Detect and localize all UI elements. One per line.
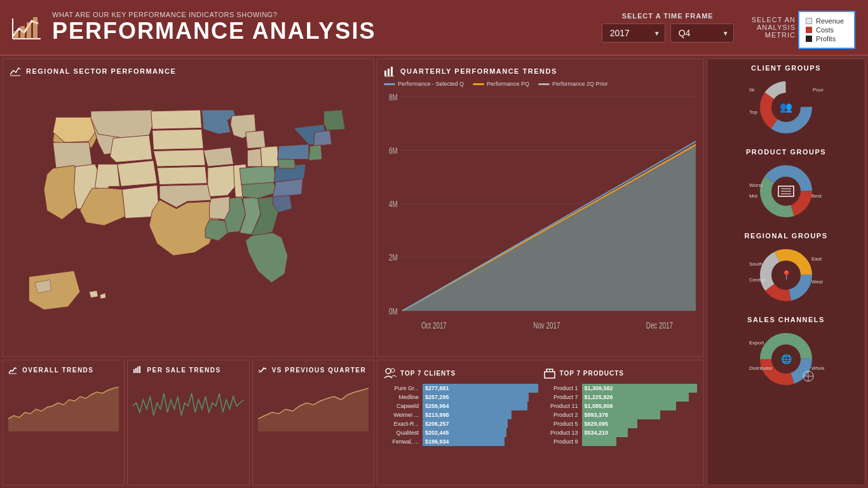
page-title: PERFORMANCE ANALYSIS [52,18,602,44]
svg-rect-119 [139,366,140,373]
client-bar-row: Pure Gr... $277,881 [384,384,538,393]
vs-previous-panel: VS PREVIOUS QUARTER [252,360,374,485]
svg-rect-3 [14,31,18,39]
product-bar-track: $1,225,826 [582,393,698,402]
svg-text:Export: Export [749,340,764,346]
analysis-block: SELECT AN ANALYSIS METRIC [752,16,796,39]
bottom-middle-panel: TOP 7 CLIENTS Pure Gr... $277,881 Medlin… [377,360,704,485]
us-map [10,81,367,346]
map-icon [10,65,21,77]
per-sale-svg [133,381,243,431]
svg-text:0M: 0M [389,306,398,316]
overall-trends-icon [8,365,17,374]
client-bar-track: $213,998 [423,410,538,419]
product-label: Product 11 [543,403,578,409]
legend-selected-q: Performance - Selected Q [384,81,464,87]
legend-2q-prior: Performance 2Q Prior [538,81,608,87]
revenue-dot [806,18,812,24]
product-label: Product 2 [543,412,578,418]
client-label: Medline [384,394,419,400]
svg-marker-50 [309,145,322,161]
map-panel: REGIONAL SECTOR PERFORMANCE [3,58,374,357]
svg-marker-16 [118,161,158,187]
svg-rect-6 [33,17,37,39]
costs-label: Costs [816,26,834,34]
product-bar-track [582,437,698,446]
products-header: TOP 7 PRODUCTS [543,367,698,379]
svg-text:Oct 2017: Oct 2017 [421,320,447,330]
legend-pq: Performance PQ [473,81,529,87]
svg-point-121 [386,369,391,374]
client-bar-track: $257,295 [423,393,538,402]
client-bar-row: Weimei ... $213,998 [384,410,538,419]
client-groups-section: CLIENT GROUPS 👥 0k Top Poor [712,64,860,139]
svg-text:Nov 2017: Nov 2017 [533,320,560,330]
header: WHAT ARE OUR KEY PERFORMANCE INDICATORS … [0,0,868,56]
quarter-select[interactable]: Q4Q3Q2Q1 [670,24,734,43]
products-icon [543,367,556,379]
vs-previous-svg [258,381,369,431]
svg-text:Central: Central [749,277,766,283]
quarter-select-wrapper[interactable]: Q4Q3Q2Q1 [670,24,734,43]
year-select-wrapper[interactable]: 201720162015 [602,24,665,43]
svg-marker-21 [153,129,204,149]
time-frame-label: SELECT A TIME FRAME [602,12,734,20]
clients-header: TOP 7 CLIENTS [384,367,538,379]
legend-2q-prior-line [538,83,550,85]
svg-rect-117 [135,368,137,373]
svg-rect-4 [20,26,25,39]
product-bar-row: Product 7 $1,225,826 [543,393,698,402]
overall-trends-title: OVERALL TRENDS [8,365,119,374]
product-label: Product 7 [543,394,578,400]
legend-costs: Costs [806,26,848,34]
product-bar-row: Product 13 $534,210 [543,428,698,437]
year-select[interactable]: 201720162015 [602,24,665,43]
top7-clients: TOP 7 CLIENTS Pure Gr... $277,881 Medlin… [384,367,538,459]
per-sale-trends-chart [133,381,243,480]
regional-groups-title: REGIONAL GROUPS [712,232,860,240]
client-bar-track: $196,934 [423,437,538,446]
svg-rect-118 [137,367,139,373]
svg-text:Best: Best [811,193,822,199]
product-label: Product 9 [543,438,578,445]
product-groups-section: PRODUCT GROUPS Worst Mid Best [712,148,860,223]
client-label: Weimei ... [384,412,419,418]
costs-dot [806,27,812,33]
svg-marker-40 [261,146,278,166]
svg-marker-53 [89,290,98,297]
product-bar-track: $1,085,806 [582,402,698,410]
svg-marker-46 [278,144,309,159]
top7-grid: TOP 7 CLIENTS Pure Gr... $277,881 Medlin… [384,367,697,459]
analysis-label: SELECT AN [752,16,796,24]
svg-marker-23 [157,166,207,184]
svg-marker-22 [154,150,205,167]
client-bar-value: $256,964 [425,403,449,409]
regional-groups-section: REGIONAL GROUPS 📍 South Central East Wes… [712,232,860,307]
svg-text:📍: 📍 [781,270,792,281]
product-groups-svg: Worst Mid Best [748,163,824,220]
svg-text:Distributor: Distributor [749,365,773,371]
client-groups-title: CLIENT GROUPS [712,64,860,72]
product-groups-title: PRODUCT GROUPS [712,148,860,156]
legend-pq-line [473,83,484,85]
svg-text:Mid: Mid [749,193,757,199]
profits-label: Profits [816,35,836,43]
client-label: Pure Gr... [384,385,419,391]
client-bar-value: $196,934 [425,438,449,445]
svg-text:Top: Top [749,109,757,115]
product-bar-value: $534,210 [585,430,609,436]
svg-marker-10 [53,142,92,168]
svg-marker-41 [246,130,266,148]
profits-dot [806,36,812,42]
svg-marker-14 [91,110,155,139]
svg-marker-15 [110,135,152,163]
product-bar-value: $1,309,582 [585,385,613,391]
client-bar-value: $257,295 [425,394,449,400]
svg-text:6M: 6M [389,146,398,156]
product-bar-row: Product 2 $893,378 [543,410,698,419]
product-bar-value: $629,095 [585,421,609,427]
svg-marker-49 [314,130,332,146]
chart-legend: Performance - Selected Q Performance PQ … [384,81,697,87]
svg-marker-26 [201,110,235,134]
svg-text:🌐: 🌐 [781,354,792,365]
